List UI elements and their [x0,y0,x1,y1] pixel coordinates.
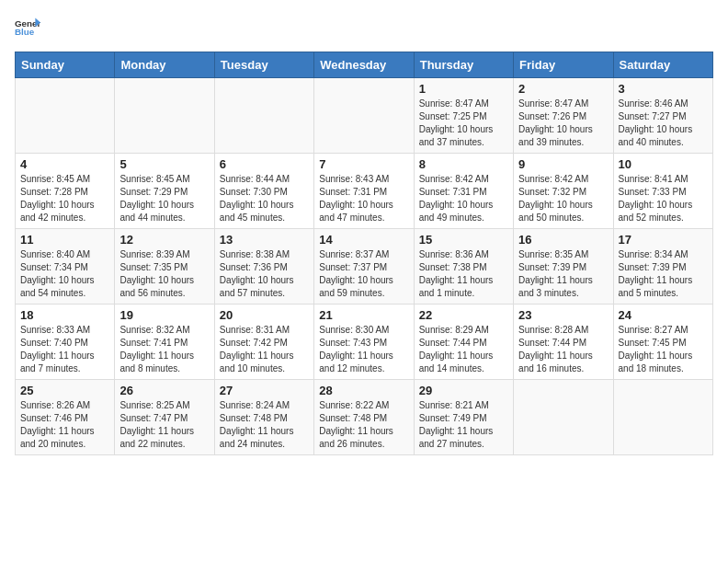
day-header-thursday: Thursday [414,52,513,78]
day-number: 25 [20,384,109,397]
calendar-week-row: 18Sunrise: 8:33 AM Sunset: 7:40 PM Dayli… [16,304,713,380]
day-info: Sunrise: 8:24 AM Sunset: 7:48 PM Dayligh… [220,399,309,451]
calendar-cell: 29Sunrise: 8:21 AM Sunset: 7:49 PM Dayli… [414,380,513,455]
day-number: 2 [518,82,608,96]
calendar-week-row: 11Sunrise: 8:40 AM Sunset: 7:34 PM Dayli… [16,229,713,304]
day-info: Sunrise: 8:33 AM Sunset: 7:40 PM Dayligh… [20,324,109,375]
day-number: 6 [220,157,309,171]
day-number: 12 [119,233,209,247]
day-number: 27 [220,384,309,397]
calendar-cell: 10Sunrise: 8:41 AM Sunset: 7:33 PM Dayli… [613,154,712,229]
calendar-cell [214,78,313,154]
day-info: Sunrise: 8:34 AM Sunset: 7:39 PM Dayligh… [619,248,708,300]
logo-icon: General Blue [15,15,40,40]
day-info: Sunrise: 8:40 AM Sunset: 7:34 PM Dayligh… [20,248,109,300]
calendar-cell: 17Sunrise: 8:34 AM Sunset: 7:39 PM Dayli… [613,229,712,304]
calendar-cell: 27Sunrise: 8:24 AM Sunset: 7:48 PM Dayli… [214,380,313,455]
day-number: 24 [619,308,708,322]
day-number: 7 [319,157,408,171]
day-info: Sunrise: 8:45 AM Sunset: 7:28 PM Dayligh… [20,173,109,224]
day-header-sunday: Sunday [16,52,115,78]
day-number: 19 [119,308,209,322]
day-header-friday: Friday [514,52,613,78]
day-number: 22 [419,308,508,322]
day-info: Sunrise: 8:22 AM Sunset: 7:48 PM Dayligh… [319,399,408,451]
day-number: 20 [220,308,309,322]
calendar-header-row: SundayMondayTuesdayWednesdayThursdayFrid… [16,52,713,78]
svg-text:Blue: Blue [15,27,35,37]
calendar-cell: 15Sunrise: 8:36 AM Sunset: 7:38 PM Dayli… [414,229,513,304]
day-number: 8 [419,157,508,171]
day-info: Sunrise: 8:25 AM Sunset: 7:47 PM Dayligh… [119,399,209,451]
calendar-table: SundayMondayTuesdayWednesdayThursdayFrid… [15,52,713,455]
calendar-cell: 20Sunrise: 8:31 AM Sunset: 7:42 PM Dayli… [214,304,313,380]
calendar-cell: 6Sunrise: 8:44 AM Sunset: 7:30 PM Daylig… [214,154,313,229]
day-number: 26 [119,384,209,397]
calendar-cell: 8Sunrise: 8:42 AM Sunset: 7:31 PM Daylig… [414,154,513,229]
calendar-cell: 25Sunrise: 8:26 AM Sunset: 7:46 PM Dayli… [16,380,115,455]
day-info: Sunrise: 8:41 AM Sunset: 7:33 PM Dayligh… [619,173,708,224]
calendar-cell: 23Sunrise: 8:28 AM Sunset: 7:44 PM Dayli… [514,304,613,380]
calendar-cell: 19Sunrise: 8:32 AM Sunset: 7:41 PM Dayli… [115,304,214,380]
calendar-cell: 5Sunrise: 8:45 AM Sunset: 7:29 PM Daylig… [115,154,214,229]
day-number: 4 [20,157,109,171]
day-number: 23 [518,308,608,322]
calendar-week-row: 1Sunrise: 8:47 AM Sunset: 7:25 PM Daylig… [16,78,713,154]
day-info: Sunrise: 8:44 AM Sunset: 7:30 PM Dayligh… [220,173,309,224]
calendar-cell: 18Sunrise: 8:33 AM Sunset: 7:40 PM Dayli… [16,304,115,380]
day-number: 15 [419,233,508,247]
calendar-cell [115,78,214,154]
day-number: 10 [619,157,708,171]
calendar-cell: 9Sunrise: 8:42 AM Sunset: 7:32 PM Daylig… [514,154,613,229]
day-info: Sunrise: 8:43 AM Sunset: 7:31 PM Dayligh… [319,173,408,224]
day-info: Sunrise: 8:46 AM Sunset: 7:27 PM Dayligh… [619,98,708,149]
day-info: Sunrise: 8:30 AM Sunset: 7:43 PM Dayligh… [319,324,408,375]
calendar-cell [613,380,712,455]
day-number: 13 [220,233,309,247]
day-header-saturday: Saturday [613,52,712,78]
calendar-cell [314,78,414,154]
calendar-cell: 2Sunrise: 8:47 AM Sunset: 7:26 PM Daylig… [514,78,613,154]
page-header: General Blue [15,15,713,40]
calendar-cell: 3Sunrise: 8:46 AM Sunset: 7:27 PM Daylig… [613,78,712,154]
calendar-cell: 12Sunrise: 8:39 AM Sunset: 7:35 PM Dayli… [115,229,214,304]
day-number: 5 [119,157,209,171]
calendar-cell: 24Sunrise: 8:27 AM Sunset: 7:45 PM Dayli… [613,304,712,380]
day-header-wednesday: Wednesday [314,52,414,78]
day-number: 3 [619,82,708,96]
calendar-cell: 22Sunrise: 8:29 AM Sunset: 7:44 PM Dayli… [414,304,513,380]
calendar-week-row: 4Sunrise: 8:45 AM Sunset: 7:28 PM Daylig… [16,154,713,229]
day-number: 16 [518,233,608,247]
day-info: Sunrise: 8:31 AM Sunset: 7:42 PM Dayligh… [220,324,309,375]
calendar-cell: 16Sunrise: 8:35 AM Sunset: 7:39 PM Dayli… [514,229,613,304]
day-info: Sunrise: 8:27 AM Sunset: 7:45 PM Dayligh… [619,324,708,375]
day-info: Sunrise: 8:42 AM Sunset: 7:32 PM Dayligh… [518,173,608,224]
day-number: 14 [319,233,408,247]
day-number: 11 [20,233,109,247]
day-info: Sunrise: 8:26 AM Sunset: 7:46 PM Dayligh… [20,399,109,451]
day-info: Sunrise: 8:28 AM Sunset: 7:44 PM Dayligh… [518,324,608,375]
calendar-cell: 7Sunrise: 8:43 AM Sunset: 7:31 PM Daylig… [314,154,414,229]
calendar-cell: 4Sunrise: 8:45 AM Sunset: 7:28 PM Daylig… [16,154,115,229]
day-info: Sunrise: 8:47 AM Sunset: 7:26 PM Dayligh… [518,98,608,149]
day-header-tuesday: Tuesday [214,52,313,78]
day-number: 1 [419,82,508,96]
calendar-cell: 1Sunrise: 8:47 AM Sunset: 7:25 PM Daylig… [414,78,513,154]
calendar-week-row: 25Sunrise: 8:26 AM Sunset: 7:46 PM Dayli… [16,380,713,455]
day-number: 18 [20,308,109,322]
calendar-cell: 14Sunrise: 8:37 AM Sunset: 7:37 PM Dayli… [314,229,414,304]
calendar-cell: 13Sunrise: 8:38 AM Sunset: 7:36 PM Dayli… [214,229,313,304]
day-info: Sunrise: 8:47 AM Sunset: 7:25 PM Dayligh… [419,98,508,149]
day-info: Sunrise: 8:35 AM Sunset: 7:39 PM Dayligh… [518,248,608,300]
day-info: Sunrise: 8:29 AM Sunset: 7:44 PM Dayligh… [419,324,508,375]
day-number: 17 [619,233,708,247]
day-number: 28 [319,384,408,397]
day-number: 29 [419,384,508,397]
day-info: Sunrise: 8:37 AM Sunset: 7:37 PM Dayligh… [319,248,408,300]
day-info: Sunrise: 8:21 AM Sunset: 7:49 PM Dayligh… [419,399,508,451]
day-number: 21 [319,308,408,322]
day-header-monday: Monday [115,52,214,78]
day-number: 9 [518,157,608,171]
calendar-cell [514,380,613,455]
calendar-cell: 26Sunrise: 8:25 AM Sunset: 7:47 PM Dayli… [115,380,214,455]
